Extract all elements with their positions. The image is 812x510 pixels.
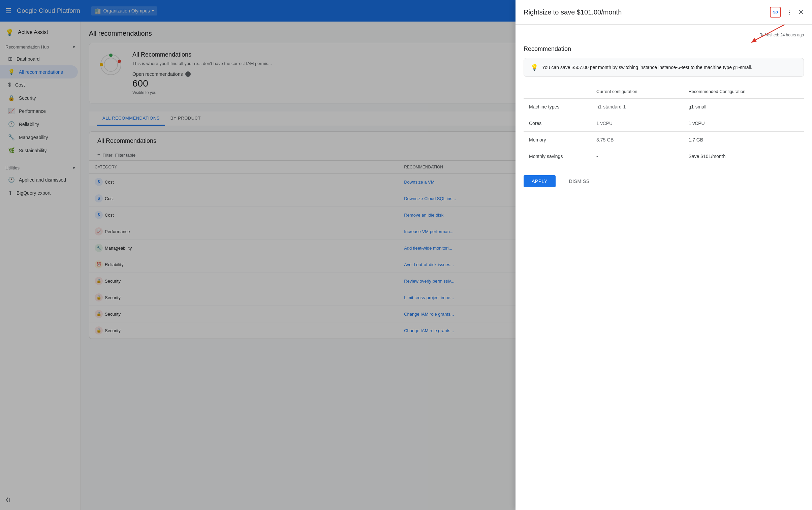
more-options-icon[interactable]: ⋮ bbox=[786, 8, 793, 16]
config-row: Cores 1 vCPU 1 vCPU bbox=[524, 115, 804, 132]
savings-bulb-icon: 💡 bbox=[531, 64, 538, 71]
config-row-label: Cores bbox=[524, 115, 591, 132]
detail-link-icon-button[interactable] bbox=[770, 7, 781, 18]
config-row: Monthly savings - Save $101/month bbox=[524, 148, 804, 165]
config-row-current: - bbox=[591, 148, 683, 165]
config-row-label: Monthly savings bbox=[524, 148, 591, 165]
config-row-recommended: Save $101/month bbox=[683, 148, 804, 165]
action-buttons: APPLY DISMISS bbox=[524, 175, 804, 187]
recommendation-section: Recommendation 💡 You can save $507.00 pe… bbox=[524, 46, 804, 187]
dismiss-button[interactable]: DISMISS bbox=[561, 175, 598, 187]
detail-panel: Rightsize to save $101.00/month ⋮ ✕ Refr… bbox=[516, 0, 812, 510]
savings-banner: 💡 You can save $507.00 per month by swit… bbox=[524, 58, 804, 77]
config-row-label: Memory bbox=[524, 132, 591, 148]
config-row-current: 3.75 GB bbox=[591, 132, 683, 148]
detail-panel-actions: ⋮ ✕ bbox=[770, 7, 804, 18]
config-row-label: Machine types bbox=[524, 98, 591, 115]
config-row-recommended: 1.7 GB bbox=[683, 132, 804, 148]
config-row-recommended: g1-small bbox=[683, 98, 804, 115]
detail-panel-header: Rightsize to save $101.00/month ⋮ ✕ bbox=[516, 0, 812, 25]
config-row-current: 1 vCPU bbox=[591, 115, 683, 132]
config-row: Machine types n1-standard-1 g1-small bbox=[524, 98, 804, 115]
rec-section-title: Recommendation bbox=[524, 46, 804, 53]
detail-panel-body: Refreshed: 24 hours ago Recommendation 💡… bbox=[516, 25, 812, 196]
config-table: Current configuration Recommended Config… bbox=[524, 85, 804, 164]
close-panel-icon[interactable]: ✕ bbox=[798, 8, 804, 16]
config-row-recommended: 1 vCPU bbox=[683, 115, 804, 132]
config-col-current: Current configuration bbox=[591, 85, 683, 98]
config-row-current: n1-standard-1 bbox=[591, 98, 683, 115]
apply-button[interactable]: APPLY bbox=[524, 175, 556, 187]
savings-text: You can save $507.00 per month by switch… bbox=[542, 65, 752, 70]
refreshed-text: Refreshed: 24 hours ago bbox=[524, 33, 804, 37]
config-col-recommended: Recommended Configuration bbox=[683, 85, 804, 98]
config-row: Memory 3.75 GB 1.7 GB bbox=[524, 132, 804, 148]
detail-panel-title: Rightsize to save $101.00/month bbox=[524, 8, 621, 16]
config-col-label bbox=[524, 85, 591, 98]
